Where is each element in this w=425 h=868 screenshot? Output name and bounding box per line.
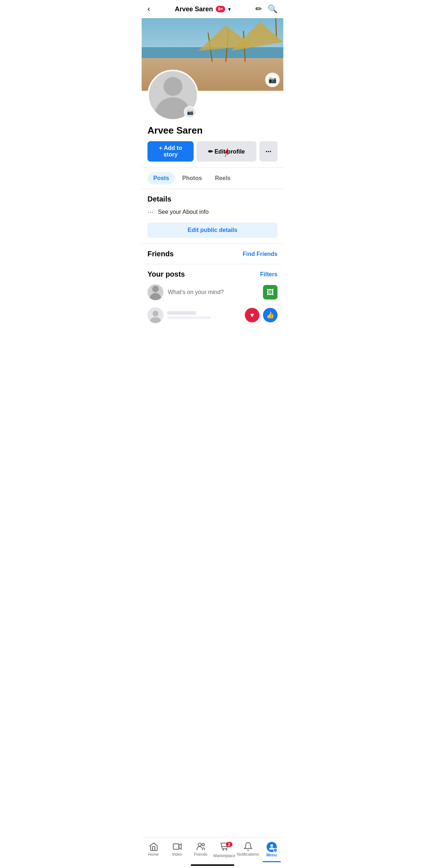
profile-section: 📷 Arvee Saren + Add to story ✏ Edit prof…	[142, 91, 283, 189]
action-buttons: + Add to story ✏ Edit profile ···	[147, 141, 278, 162]
more-options-button[interactable]: ···	[259, 141, 278, 162]
cover-camera-button[interactable]: 📷	[265, 73, 280, 87]
avatar-camera-button[interactable]: 📷	[184, 106, 196, 118]
post-name-placeholder	[167, 311, 196, 315]
photo-icon: 🖼	[267, 288, 274, 297]
details-title: Details	[147, 195, 278, 203]
reaction-icon-2: 👍	[266, 311, 274, 319]
post-date-placeholder	[167, 316, 211, 319]
post-avatar	[147, 307, 163, 323]
header-title: Arvee Saren	[175, 5, 213, 13]
composer-photo-button[interactable]: 🖼	[263, 285, 278, 299]
reaction-icon: ♥	[250, 311, 254, 319]
top-bar-icons: ✏ 🔍	[255, 4, 278, 14]
tab-reels[interactable]: Reels	[209, 172, 236, 184]
add-to-story-button[interactable]: + Add to story	[147, 141, 194, 162]
friends-section: Friends Find Friends	[142, 244, 283, 264]
profile-name: Arvee Saren	[147, 125, 278, 136]
about-text: See your About info	[158, 209, 209, 215]
edit-icon[interactable]: ✏	[255, 4, 262, 14]
post-reaction: ♥	[245, 308, 259, 322]
tab-photos[interactable]: Photos	[177, 172, 208, 184]
header-title-area: Arvee Saren 9+ ▾	[175, 5, 231, 13]
camera-cover-icon: 📷	[268, 76, 276, 84]
composer-avatar	[147, 284, 163, 300]
composer-input[interactable]: What's on your mind?	[168, 289, 259, 296]
find-friends-link[interactable]: Find Friends	[243, 251, 278, 257]
details-section: Details ··· See your About info Edit pub…	[142, 189, 283, 244]
post-reaction-2: 👍	[263, 308, 278, 322]
search-icon[interactable]: 🔍	[268, 4, 278, 14]
post-avatar-body	[150, 317, 161, 323]
top-bar: ‹ Arvee Saren 9+ ▾ ✏ 🔍	[142, 0, 283, 18]
camera-avatar-icon: 📷	[187, 109, 193, 115]
header-badge: 9+	[216, 6, 225, 12]
partial-post-preview: ♥ 👍	[147, 306, 278, 324]
composer-avatar-body	[150, 293, 161, 300]
profile-action-area: + Add to story ✏ Edit profile ···	[147, 141, 278, 162]
edit-profile-button[interactable]: ✏ Edit profile	[197, 141, 256, 162]
profile-tabs: Posts Photos Reels	[147, 168, 278, 189]
your-posts-title: Your posts	[147, 270, 185, 278]
avatar-container: 📷	[147, 70, 198, 121]
post-composer: What's on your mind? 🖼	[142, 284, 283, 306]
post-content-preview	[167, 311, 241, 319]
composer-avatar-head	[152, 286, 159, 292]
about-info-row: ··· See your About info	[147, 208, 278, 216]
tab-posts[interactable]: Posts	[147, 172, 175, 184]
avatar-head	[163, 77, 182, 96]
your-posts-header: Your posts Filters	[142, 264, 283, 284]
partial-post-area: ♥ 👍	[142, 306, 283, 324]
back-button[interactable]: ‹	[147, 4, 150, 14]
friends-title: Friends	[147, 250, 174, 258]
divider-2	[142, 189, 283, 189]
about-icon: ···	[147, 208, 154, 216]
dropdown-icon[interactable]: ▾	[228, 6, 231, 12]
edit-public-details-button[interactable]: Edit public details	[147, 223, 278, 238]
filters-link[interactable]: Filters	[260, 271, 278, 278]
post-avatar-head	[153, 311, 158, 317]
